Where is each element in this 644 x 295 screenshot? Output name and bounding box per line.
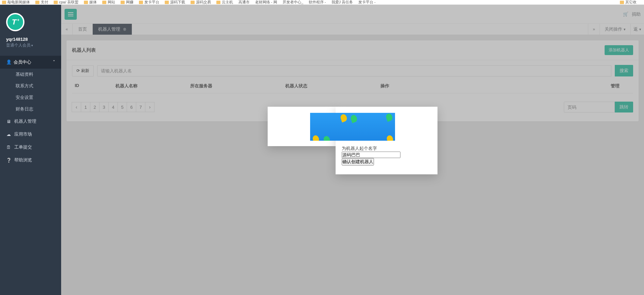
username: yqr148128 bbox=[6, 37, 56, 42]
nav-ticket[interactable]: 🗓工单提交 bbox=[0, 141, 61, 154]
bookmark-item[interactable]: 源码交易 bbox=[191, 0, 211, 5]
nav-profile[interactable]: 基础资料 bbox=[0, 69, 61, 80]
folder-icon bbox=[35, 1, 39, 4]
nav-help[interactable]: ❔帮助浏览 bbox=[0, 154, 61, 167]
user-role-dropdown[interactable]: 普通个人会员 bbox=[6, 42, 56, 48]
bookmark-item[interactable]: 软件程序 - bbox=[309, 0, 326, 5]
bookmark-item[interactable]: 老财网络 - 网 bbox=[255, 0, 277, 5]
bookmark-item[interactable]: cpa/ 吾联盟 bbox=[54, 0, 78, 5]
monitor-icon: 🖥 bbox=[6, 119, 11, 124]
cloud-icon: ☁ bbox=[6, 132, 11, 137]
sidebar: T+ yqr148128 普通个人会员 👤会员中心 ˅ 基础资料 联系方式 安全… bbox=[0, 5, 61, 295]
bookmark-bar: 敲电新闻媒体 支付 cpa/ 吾联盟 媒体 网站 网赚 发卡平台 源码下载 源码… bbox=[0, 0, 644, 5]
folder-icon bbox=[54, 1, 58, 4]
bookmark-item[interactable]: 发卡平台 bbox=[139, 0, 159, 5]
leaf-icon bbox=[323, 135, 331, 141]
nav-member-sub: 基础资料 联系方式 安全设置 财务日志 bbox=[0, 69, 61, 115]
folder-icon bbox=[121, 1, 125, 4]
chevron-down-icon: ˅ bbox=[53, 60, 55, 65]
leaf-icon bbox=[340, 114, 348, 123]
bookmark-item[interactable]: 发卡平台 - bbox=[358, 0, 376, 5]
create-robot-modal: 为机器人起个名字 确认创建机器人 bbox=[268, 107, 336, 146]
leaf-icon bbox=[385, 113, 393, 122]
bookmark-item[interactable]: 敲电新闻媒体 bbox=[2, 0, 30, 5]
profile-block: T+ yqr148128 普通个人会员 bbox=[0, 5, 61, 54]
bookmark-item[interactable]: 源码下载 bbox=[165, 0, 185, 5]
folder-icon bbox=[165, 1, 169, 4]
help-icon: ❔ bbox=[6, 158, 11, 163]
bookmark-item[interactable]: 其它收 bbox=[620, 0, 637, 5]
leaf-icon bbox=[350, 114, 358, 123]
avatar: T+ bbox=[6, 13, 24, 31]
bookmark-item[interactable]: 开发者中心_ bbox=[283, 0, 303, 5]
nav-member-center[interactable]: 👤会员中心 ˅ bbox=[0, 56, 61, 69]
folder-icon bbox=[84, 1, 88, 4]
folder-icon bbox=[216, 1, 220, 4]
calendar-icon: 🗓 bbox=[6, 145, 11, 150]
nav-robot[interactable]: 🖥机器人管理 bbox=[0, 115, 61, 128]
folder-icon bbox=[191, 1, 195, 4]
bookmark-item[interactable]: 支付 bbox=[35, 0, 48, 5]
bookmark-item[interactable]: 媒体 bbox=[84, 0, 97, 5]
folder-icon bbox=[2, 1, 6, 4]
folder-icon bbox=[620, 1, 624, 4]
bookmark-item[interactable]: 我爱J 吾任务 bbox=[332, 0, 353, 5]
folder-icon bbox=[102, 1, 106, 4]
user-icon: 👤 bbox=[6, 59, 11, 65]
nav: 👤会员中心 ˅ 基础资料 联系方式 安全设置 财务日志 🖥机器人管理 ☁应用市场… bbox=[0, 56, 61, 167]
bookmark-item[interactable]: 高通市 bbox=[238, 0, 250, 5]
bookmark-item[interactable]: 网赚 bbox=[121, 0, 133, 5]
leaf-icon bbox=[312, 135, 320, 141]
robot-name-field[interactable] bbox=[342, 152, 400, 158]
modal-banner bbox=[310, 113, 395, 141]
main: 🛒 捐助 « 首页 机器人管理 ⊗ » 关闭操作 返 机器人列表 添加机 bbox=[61, 5, 644, 295]
nav-market[interactable]: ☁应用市场 bbox=[0, 128, 61, 141]
bookmark-item[interactable]: 云主机 bbox=[216, 0, 233, 5]
nav-security[interactable]: 安全设置 bbox=[0, 92, 61, 103]
nav-contact[interactable]: 联系方式 bbox=[0, 80, 61, 92]
folder-icon bbox=[139, 1, 143, 4]
bookmark-item[interactable]: 网站 bbox=[102, 0, 115, 5]
modal-label: 为机器人起个名字 bbox=[342, 145, 431, 152]
nav-finance[interactable]: 财务日志 bbox=[0, 103, 61, 115]
confirm-create-button[interactable]: 确认创建机器人 bbox=[342, 158, 374, 166]
leaf-icon bbox=[386, 135, 394, 141]
